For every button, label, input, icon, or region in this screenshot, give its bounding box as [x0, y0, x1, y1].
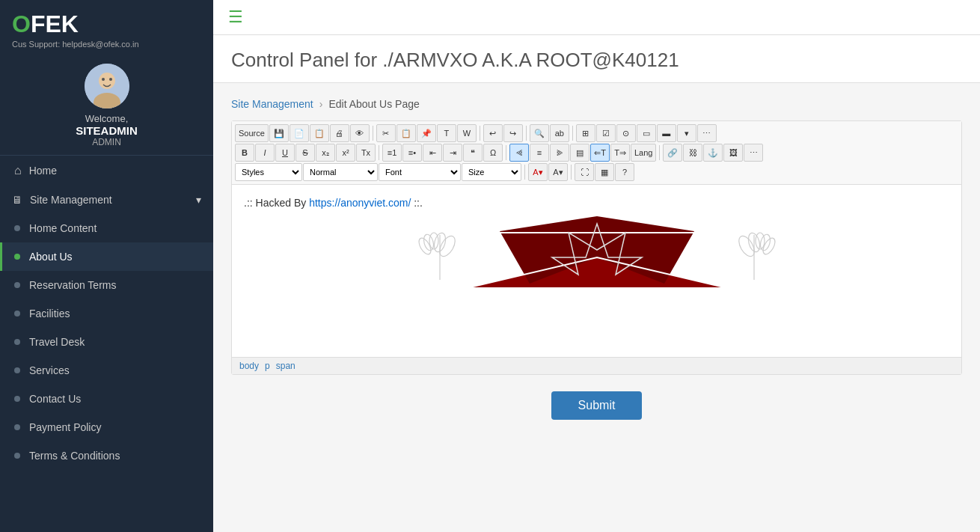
textarea-button[interactable]: ▬: [657, 124, 676, 142]
star-graphic-area: [244, 216, 949, 299]
dot-icon: [14, 339, 20, 345]
specialchar-button[interactable]: Ω: [483, 144, 503, 162]
more-button[interactable]: ⋯: [697, 124, 717, 142]
dot-icon: [14, 396, 20, 402]
textfield-button[interactable]: ▭: [637, 124, 656, 142]
undo-button[interactable]: ↩: [483, 124, 503, 142]
preview-button[interactable]: 👁: [350, 124, 370, 142]
paste-text-button[interactable]: T: [437, 124, 456, 142]
paste-word-button[interactable]: W: [457, 124, 477, 142]
hacked-prefix: .::: [244, 197, 253, 209]
paste-button[interactable]: 📌: [417, 124, 436, 142]
language-button[interactable]: Lang: [631, 144, 656, 162]
admin-section: Welcome, SITEADMIN ADMIN: [0, 55, 213, 156]
nav-home[interactable]: ⌂ Home: [0, 156, 213, 186]
strikethrough-button[interactable]: S: [295, 144, 315, 162]
font-color-button[interactable]: A▾: [528, 163, 548, 181]
separator: [480, 126, 480, 141]
logo: OFEK: [12, 10, 139, 38]
separator: [659, 145, 660, 160]
align-right-button[interactable]: ⫸: [550, 144, 569, 162]
breadcrumb: Site Management › Edit About Us Page: [231, 98, 962, 110]
editor-statusbar: body p span: [232, 357, 961, 374]
sidebar-item-travel-desk[interactable]: Travel Desk: [0, 328, 213, 356]
checkbox-button[interactable]: ☑: [596, 124, 616, 142]
sidebar-item-terms-conditions[interactable]: Terms & Conditions: [0, 441, 213, 470]
toolbar-row-2: B I U S x₂ x² Tx ≡1 ≡• ⇤ ⇥ ❝ Ω ⫷ ≡: [235, 144, 958, 162]
copy-button[interactable]: 📋: [396, 124, 416, 142]
separator: [571, 165, 572, 180]
blockquote-button[interactable]: ❝: [463, 144, 483, 162]
anchor-button[interactable]: ⚓: [703, 144, 723, 162]
font-select[interactable]: Font: [379, 163, 461, 181]
sidebar-item-label: Reservation Terms: [29, 279, 116, 291]
indent-increase-button[interactable]: ⇥: [443, 144, 462, 162]
superscript-button[interactable]: x²: [336, 144, 355, 162]
find-button[interactable]: 🔍: [530, 124, 549, 142]
save-button[interactable]: 💾: [269, 124, 289, 142]
menu-icon[interactable]: ☰: [228, 7, 243, 27]
dot-icon: [14, 254, 20, 260]
hacked-link[interactable]: https://anonyviet.com/: [309, 197, 411, 209]
sidebar-item-home-content[interactable]: Home Content: [0, 214, 213, 242]
star-graphic: [290, 216, 904, 299]
showblocks-button[interactable]: ▦: [595, 163, 614, 181]
styles-select[interactable]: Styles: [235, 163, 302, 181]
insert-table-button[interactable]: ⊞: [576, 124, 595, 142]
replace-button[interactable]: ab: [550, 124, 569, 142]
cut-button[interactable]: ✂: [376, 124, 396, 142]
sidebar-item-services[interactable]: Services: [0, 356, 213, 385]
chevron-down-icon: ▾: [196, 194, 201, 206]
bg-color-button[interactable]: A▾: [548, 163, 568, 181]
bidi-ltr-button[interactable]: T⇒: [610, 144, 630, 162]
new-button[interactable]: 📄: [290, 124, 309, 142]
radio-button[interactable]: ⊙: [616, 124, 636, 142]
underline-button[interactable]: U: [275, 144, 295, 162]
image-button[interactable]: 🖼: [723, 144, 743, 162]
format-select[interactable]: Normal: [303, 163, 378, 181]
more2-button[interactable]: ⋯: [744, 144, 763, 162]
sidebar-item-label: Payment Policy: [29, 421, 101, 433]
editor-panel: Source 💾 📄 📋 🖨 👁 ✂ 📋 📌 T W ↩ ↪: [231, 120, 962, 375]
link-button[interactable]: 🔗: [663, 144, 682, 162]
statusbar-body[interactable]: body: [239, 361, 259, 371]
page-title-bar: Control Panel for ./ARMVXO A.K.A ROOT@K4…: [213, 35, 980, 83]
sidebar-item-contact-us[interactable]: Contact Us: [0, 385, 213, 413]
subscript-button[interactable]: x₂: [316, 144, 335, 162]
breadcrumb-parent[interactable]: Site Management: [231, 98, 313, 110]
editor-content: .:: Hacked By https://anonyviet.com/ ::.: [244, 197, 949, 209]
editor-body[interactable]: .:: Hacked By https://anonyviet.com/ ::.: [232, 185, 961, 357]
sidebar-item-payment-policy[interactable]: Payment Policy: [0, 413, 213, 441]
select-button[interactable]: ▾: [677, 124, 696, 142]
print-button[interactable]: 🖨: [330, 124, 349, 142]
dot-icon: [14, 282, 20, 288]
sidebar-item-facilities[interactable]: Facilities: [0, 299, 213, 328]
statusbar-span[interactable]: span: [276, 361, 295, 371]
align-justify-button[interactable]: ▤: [570, 144, 589, 162]
unlink-button[interactable]: ⛓: [683, 144, 702, 162]
bold-button[interactable]: B: [235, 144, 254, 162]
redo-button[interactable]: ↪: [503, 124, 523, 142]
ordered-list-button[interactable]: ≡1: [382, 144, 402, 162]
italic-button[interactable]: I: [255, 144, 275, 162]
help-button[interactable]: ?: [615, 163, 634, 181]
sidebar: OFEK Cus Support: helpdesk@ofek.co.in We…: [0, 0, 213, 532]
sidebar-item-reservation-terms[interactable]: Reservation Terms: [0, 271, 213, 299]
statusbar-p[interactable]: p: [265, 361, 270, 371]
source-button[interactable]: Source: [235, 124, 269, 142]
size-select[interactable]: Size: [462, 163, 521, 181]
indent-decrease-button[interactable]: ⇤: [423, 144, 442, 162]
submit-button[interactable]: Submit: [551, 391, 643, 420]
unordered-list-button[interactable]: ≡•: [402, 144, 422, 162]
maximize-button[interactable]: ⛶: [575, 163, 594, 181]
separator: [373, 126, 373, 141]
sidebar-item-about-us[interactable]: About Us: [0, 242, 213, 271]
removeformat-button[interactable]: Tx: [356, 144, 376, 162]
nav-site-management[interactable]: 🖥 Site Management ▾: [0, 186, 213, 214]
align-center-button[interactable]: ≡: [530, 144, 549, 162]
align-left-button[interactable]: ⫷: [509, 144, 529, 162]
separator: [524, 165, 525, 180]
dot-icon: [14, 311, 20, 317]
bidi-rtl-button[interactable]: ⇐T: [590, 144, 610, 162]
template-button[interactable]: 📋: [310, 124, 329, 142]
